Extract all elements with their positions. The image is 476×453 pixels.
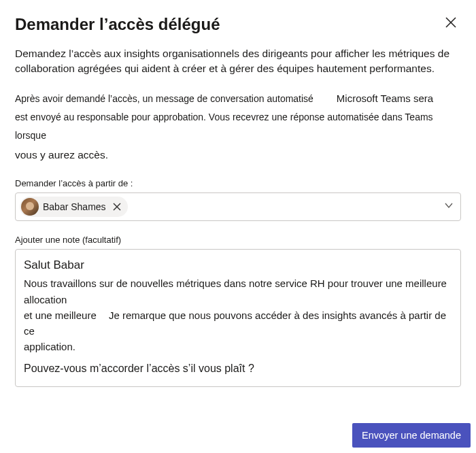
close-button[interactable] [441, 15, 461, 33]
dialog-desc-part1: Après avoir demandé l’accès, un message … [15, 93, 313, 104]
note-textarea[interactable]: Salut Babar Nous travaillons sur de nouv… [15, 249, 461, 387]
dialog-desc-part3: vous y aurez accès. [15, 149, 108, 161]
dialog-desc-teams: Microsoft Teams sera [337, 89, 433, 109]
note-line1: Nous travaillons sur de nouvelles métriq… [24, 278, 447, 305]
request-delegate-access-dialog: Demander l’accès délégué Demandez l’accè… [0, 0, 476, 428]
dialog-description: Après avoir demandé l’accès, un message … [15, 89, 461, 165]
access-from-picker[interactable]: Babar Shames [15, 192, 461, 221]
note-label: Ajouter une note (facultatif) [15, 235, 461, 245]
access-from-label: Demander l’accès à partir de : [15, 178, 461, 188]
person-chip-name: Babar Shames [43, 201, 106, 212]
dropdown-toggle[interactable] [444, 201, 454, 213]
dialog-desc-part2: est envoyé au responsable pour approbati… [15, 112, 433, 141]
note-line3: application. [24, 341, 75, 352]
dialog-title: Demander l’accès délégué [15, 15, 220, 34]
note-line2a: et une meilleure [24, 309, 97, 321]
chevron-down-icon [444, 201, 454, 210]
remove-person-button[interactable] [110, 201, 124, 213]
submit-button[interactable]: Envoyer une demande [352, 423, 471, 448]
close-icon [445, 16, 457, 29]
dialog-intro: Demandez l’accès aux insights organisati… [15, 46, 461, 77]
note-greeting: Salut Babar [24, 256, 452, 274]
person-chip: Babar Shames [20, 197, 128, 217]
note-question: Pouvez-vous m’accorder l’accès s’il vous… [24, 360, 452, 378]
avatar [21, 198, 39, 216]
close-icon [113, 203, 121, 211]
note-body: Nous travaillons sur de nouvelles métriq… [24, 275, 452, 354]
